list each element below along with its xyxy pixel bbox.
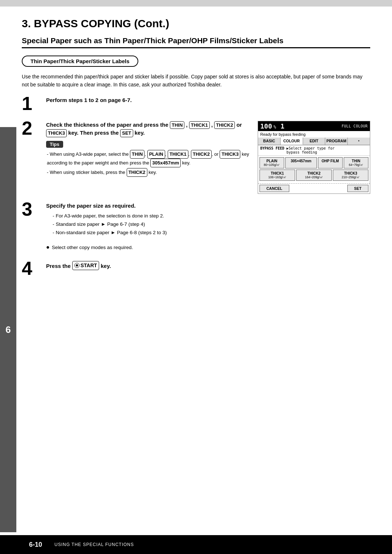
step-1-heading: Perform steps 1 to 2 on page 6-7.	[46, 96, 370, 105]
top-bar	[0, 0, 392, 7]
box-heading: Thin Paper/Thick Paper/Sticker Labels	[22, 56, 138, 67]
screen-paper-row-1: PLAIN 80~105g/㎡ 305×457mm OHP FILM	[260, 157, 368, 168]
paper-btn-ohp[interactable]: OHP FILM	[318, 157, 343, 168]
sub-item-2: - Standard size paper ► Page 6-7 (step 4…	[53, 220, 370, 229]
page-wrapper: 6 3. BYPASS COPYING (Cont.) Special Pape…	[0, 0, 392, 554]
tab-edit[interactable]: EDIT	[303, 138, 326, 145]
screen-tabs: BASIC COLOUR EDIT PROGRAM ▪	[258, 138, 370, 145]
cancel-button[interactable]: CANCEL	[260, 185, 289, 192]
set-key-step2: SET	[120, 129, 133, 137]
footer-text: USING THE SPECIAL FUNCTIONS	[54, 542, 134, 547]
sub-item-1: - For A3-wide paper, the selection is do…	[53, 212, 370, 220]
step-1-content: Perform steps 1 to 2 on page 6-7.	[46, 96, 370, 107]
footer: 6-10 USING THE SPECIAL FUNCTIONS	[0, 535, 392, 554]
step-3-sublist: - For A3-wide paper, the selection is do…	[46, 212, 370, 237]
body-text: Use the recommended thin paper/thick pap…	[22, 73, 370, 89]
section-subtitle: Special Paper such as Thin Paper/Thick P…	[22, 36, 370, 48]
step-1-number: 1	[22, 94, 42, 113]
tip-plain-key: PLAIN	[147, 150, 165, 159]
tip-305-key: 305x457mm	[150, 159, 181, 167]
left-sidebar: 6	[0, 127, 16, 532]
chapter-title: 3. BYPASS COPYING (Cont.)	[22, 17, 370, 30]
tips-text: - When using A3-wide paper, select the T…	[46, 150, 251, 177]
step-2: 2 Check the thickness of the paper and p…	[22, 121, 370, 194]
paper-btn-thick2[interactable]: THICK2 164~209g/㎡	[296, 170, 332, 181]
step-4: 4 Press the START key.	[22, 261, 370, 278]
screen-top-left: 100 % 1	[260, 122, 285, 130]
tips-label: Tips	[46, 141, 63, 148]
thin-key: THIN	[170, 121, 184, 129]
screen-top-bar: 100 % 1 FULL COLOUR	[258, 121, 370, 131]
screen-zoom: 100	[260, 122, 272, 130]
tip-thick1-key: THICK1	[168, 150, 188, 159]
sub-item-3: - Non-standard size paper ► Page 6-8 (st…	[53, 229, 370, 237]
screen-paper-grid: PLAIN 80~105g/㎡ 305×457mm OHP FILM	[258, 156, 370, 183]
tab-program[interactable]: PROGRAM	[325, 138, 348, 145]
main-content: 3. BYPASS COPYING (Cont.) Special Paper …	[0, 7, 392, 554]
footer-page: 6-10	[29, 541, 54, 549]
step-2-inner: Check the thickness of the paper and pre…	[46, 121, 370, 194]
paper-btn-plain[interactable]: PLAIN 80~105g/㎡	[260, 157, 284, 168]
step-4-number: 4	[22, 259, 42, 278]
tip-thick3-key: THICK3	[220, 150, 240, 159]
tip-1: - When using A3-wide paper, select the T…	[47, 150, 251, 167]
start-icon	[74, 263, 79, 268]
tab-colour[interactable]: COLOUR	[281, 138, 303, 145]
start-key: START	[72, 261, 99, 270]
screen-status: Ready for bypass feeding	[258, 131, 370, 138]
paper-btn-thick3[interactable]: THICK3 210~256g/㎡	[333, 170, 368, 181]
thick2-key: THICK2	[214, 121, 235, 129]
step-4-content: Press the START key.	[46, 261, 370, 273]
thick1-key: THICK1	[189, 121, 210, 129]
screen-bypass-row: BYPASS FEED ▶Select paper type forbypass…	[258, 145, 370, 156]
screen-mode: FULL COLOUR	[342, 124, 368, 128]
tab-basic[interactable]: BASIC	[258, 138, 281, 145]
step-1: 1 Perform steps 1 to 2 on page 6-7.	[22, 96, 370, 113]
step-2-heading: Check the thickness of the paper and pre…	[46, 121, 251, 137]
screen-bypass-label: BYPASS FEED	[260, 146, 284, 150]
tab-icon[interactable]: ▪	[348, 138, 370, 145]
step-2-content: Check the thickness of the paper and pre…	[46, 121, 370, 194]
step-2-number: 2	[22, 119, 42, 138]
step-3-heading: Specify the paper size as required.	[46, 202, 370, 210]
step-3: 3 Specify the paper size as required. - …	[22, 202, 370, 253]
screen-panel: 100 % 1 FULL COLOUR Ready for bypass fee…	[258, 121, 370, 194]
sidebar-number: 6	[5, 324, 11, 335]
screen-paper-row-2: THICK1 106~163g/㎡ THICK2 164~209g/㎡ THIC…	[260, 170, 368, 181]
paper-btn-thick1[interactable]: THICK1 106~163g/㎡	[260, 170, 295, 181]
paper-btn-305[interactable]: 305×457mm	[285, 157, 317, 168]
screen-bypass-desc: ▶Select paper type forbypass feeding	[286, 146, 334, 154]
screen-action-row: CANCEL SET	[258, 183, 370, 194]
step-3-number: 3	[22, 200, 42, 219]
step-2-text: Check the thickness of the paper and pre…	[46, 121, 251, 180]
paper-btn-thin[interactable]: THIN 64~79g/㎡	[344, 157, 368, 168]
step-3-bullet: ● Select other copy modes as required.	[46, 244, 370, 252]
steps-area: 1 Perform steps 1 to 2 on page 6-7. 2 Ch…	[22, 96, 370, 278]
tip-thick2-key: THICK2	[191, 150, 212, 159]
set-button[interactable]: SET	[347, 185, 368, 192]
tips-box: Tips - When using A3-wide paper, select …	[46, 141, 251, 177]
thick3-key: THICK3	[46, 129, 67, 137]
tip-2: - When using sticker labels, press the T…	[47, 168, 251, 177]
screen-copies: 1	[281, 122, 285, 130]
step-3-content: Specify the paper size as required. - Fo…	[46, 202, 370, 253]
tip-thin-key: THIN	[130, 150, 144, 159]
step-4-heading: Press the START key.	[46, 261, 370, 270]
tip-sticker-key: THICK2	[127, 168, 147, 177]
screen-pct: %	[274, 125, 276, 130]
